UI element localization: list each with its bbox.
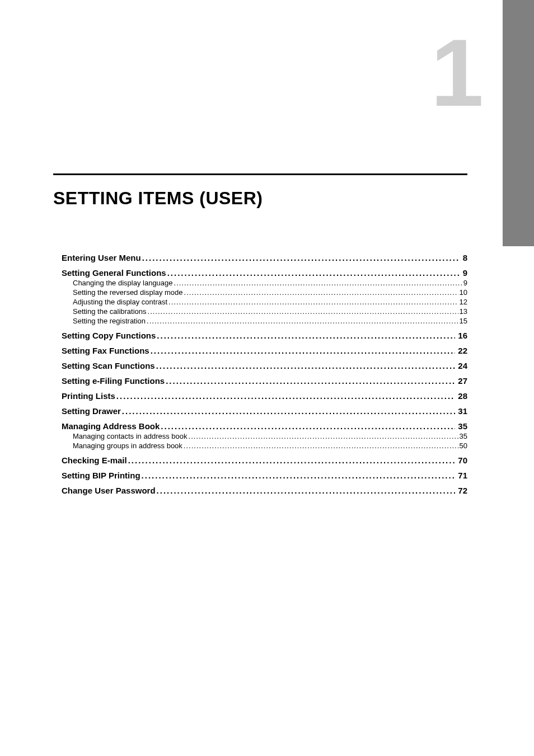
- toc-label: Change User Password: [62, 486, 156, 495]
- toc-entry[interactable]: Setting Fax Functions 22: [62, 346, 467, 355]
- toc-page: 12: [460, 298, 467, 306]
- toc-entry[interactable]: Setting Copy Functions 16: [62, 331, 467, 340]
- toc-label: Setting the reversed display mode: [73, 288, 183, 297]
- toc-label: Setting Fax Functions: [62, 346, 149, 355]
- toc-leader-dots: [167, 268, 460, 278]
- toc-label: Entering User Menu: [62, 253, 141, 262]
- toc-page: 8: [461, 253, 467, 262]
- toc-entry[interactable]: Change User Password 72: [62, 486, 467, 495]
- toc-entry[interactable]: Managing groups in address book 50: [62, 442, 467, 450]
- toc-label: Adjusting the display contrast: [73, 298, 167, 306]
- toc-leader-dots: [122, 406, 455, 416]
- toc-page: 72: [456, 486, 467, 495]
- toc-entry[interactable]: Setting the reversed display mode 10: [62, 288, 467, 297]
- toc-page: 27: [456, 376, 467, 386]
- toc-leader-dots: [189, 432, 458, 440]
- toc-page: 10: [460, 288, 467, 297]
- toc-label: Setting Drawer: [62, 406, 121, 416]
- toc-label: Checking E-mail: [62, 456, 127, 465]
- toc-entry[interactable]: Checking E-mail 70: [62, 456, 467, 465]
- toc-entry[interactable]: Managing Address Book 35: [62, 421, 467, 431]
- toc-leader-dots: [161, 421, 455, 431]
- toc-entry[interactable]: Setting BIP Printing 71: [62, 471, 467, 480]
- toc-label: Managing groups in address book: [73, 442, 182, 450]
- toc-page: 31: [456, 406, 467, 416]
- toc-leader-dots: [142, 471, 456, 480]
- toc-entry[interactable]: Setting General Functions 9: [62, 268, 467, 278]
- toc-label: Setting e-Filing Functions: [62, 376, 165, 386]
- toc-label: Managing Address Book: [62, 421, 160, 431]
- toc-leader-dots: [166, 376, 455, 386]
- toc-label: Setting Copy Functions: [62, 331, 156, 340]
- chapter-number: 1: [430, 25, 484, 120]
- toc-entry[interactable]: Setting Scan Functions 24: [62, 361, 467, 370]
- toc-leader-dots: [151, 346, 456, 355]
- toc-page: 13: [460, 307, 467, 316]
- toc-leader-dots: [184, 288, 458, 297]
- toc-entry[interactable]: Changing the display language 9: [62, 279, 467, 287]
- toc-leader-dots: [148, 307, 458, 316]
- toc-label: Setting the registration: [73, 317, 146, 325]
- toc-page: 16: [456, 331, 467, 340]
- toc-leader-dots: [116, 391, 455, 401]
- toc-page: 9: [461, 268, 467, 278]
- toc-leader-dots: [128, 456, 456, 465]
- toc-page: 28: [456, 391, 467, 401]
- toc-label: Setting BIP Printing: [62, 471, 140, 480]
- table-of-contents: Entering User Menu 8 Setting General Fun…: [62, 253, 467, 495]
- toc-leader-dots: [184, 442, 458, 450]
- toc-entry[interactable]: Setting the calibrations 13: [62, 307, 467, 316]
- toc-leader-dots: [147, 317, 458, 325]
- toc-entry[interactable]: Entering User Menu 8: [62, 253, 467, 262]
- toc-label: Printing Lists: [62, 391, 115, 401]
- toc-entry[interactable]: Setting e-Filing Functions 27: [62, 376, 467, 386]
- toc-leader-dots: [157, 486, 456, 495]
- toc-leader-dots: [156, 361, 456, 370]
- toc-label: Managing contacts in address book: [73, 432, 188, 440]
- toc-leader-dots: [142, 253, 460, 262]
- toc-page: 24: [456, 361, 467, 370]
- chapter-title: SETTING ITEMS (USER): [53, 188, 263, 209]
- toc-leader-dots: [157, 331, 455, 340]
- toc-entry[interactable]: Adjusting the display contrast 12: [62, 298, 467, 306]
- toc-page: 50: [460, 442, 467, 450]
- toc-label: Changing the display language: [73, 279, 173, 287]
- toc-page: 71: [456, 471, 467, 480]
- toc-label: Setting General Functions: [62, 268, 166, 278]
- toc-entry[interactable]: Setting Drawer 31: [62, 406, 467, 416]
- toc-page: 15: [460, 317, 467, 325]
- toc-page: 70: [456, 456, 467, 465]
- chapter-side-tab: [503, 0, 534, 246]
- toc-entry[interactable]: Managing contacts in address book 35: [62, 432, 467, 440]
- toc-page: 22: [456, 346, 467, 355]
- toc-page: 9: [463, 279, 467, 287]
- toc-entry[interactable]: Setting the registration 15: [62, 317, 467, 325]
- title-underline: [53, 173, 467, 175]
- toc-label: Setting Scan Functions: [62, 361, 155, 370]
- toc-leader-dots: [174, 279, 462, 287]
- toc-page: 35: [456, 421, 467, 431]
- toc-leader-dots: [168, 298, 458, 306]
- toc-entry[interactable]: Printing Lists 28: [62, 391, 467, 401]
- toc-label: Setting the calibrations: [73, 307, 147, 316]
- toc-page: 35: [460, 432, 467, 440]
